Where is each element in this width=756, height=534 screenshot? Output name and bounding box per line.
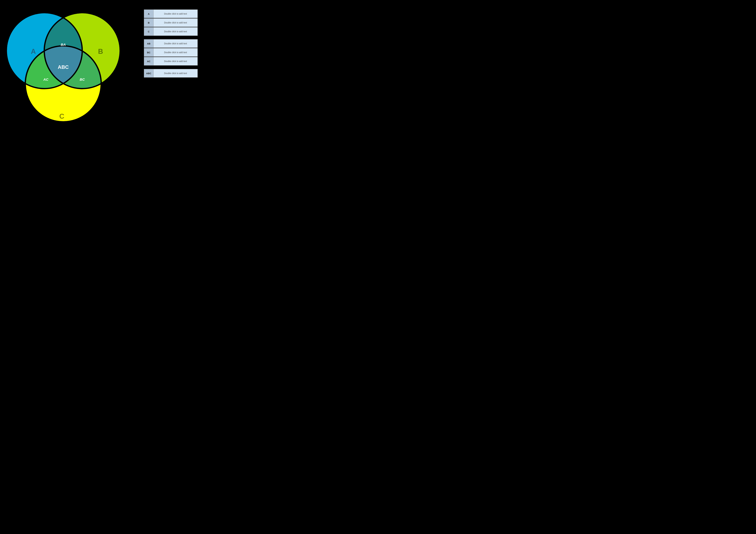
legend-key-ab: AB (144, 40, 153, 48)
main-container: A B C BA BC AC ABC A Double click to add… (0, 0, 202, 142)
legend-key-ac: AC (144, 57, 153, 65)
legend-key-bc: BC (144, 48, 153, 56)
legend-key-abc: ABC (144, 69, 153, 77)
legend-key-a: A (144, 10, 153, 18)
label-abc: ABC (58, 64, 68, 70)
legend-key-b: B (144, 18, 153, 27)
legend-value-c[interactable]: Double click to add text (153, 27, 198, 36)
legend-row-ab: AB Double click to add text (144, 39, 198, 48)
legend-value-a[interactable]: Double click to add text (153, 10, 198, 18)
legend-value-b[interactable]: Double click to add text (153, 18, 198, 27)
legend-row-a: A Double click to add text (144, 10, 198, 18)
label-ab: BA (61, 43, 66, 47)
legend-triple-group: ABC Double click to add text (144, 69, 198, 78)
legend-key-c: C (144, 27, 153, 36)
legend-double-group: AB Double click to add text BC Double cl… (144, 39, 198, 66)
label-bc: BC (80, 77, 85, 81)
legend-row-ac: AC Double click to add text (144, 57, 198, 66)
label-ac: AC (43, 77, 48, 81)
legend-value-abc[interactable]: Double click to add text (153, 69, 198, 77)
legend-value-ab[interactable]: Double click to add text (153, 40, 198, 48)
legend-area: A Double click to add text B Double clic… (144, 3, 198, 139)
legend-row-bc: BC Double click to add text (144, 48, 198, 57)
label-c: C (59, 112, 64, 120)
legend-row-abc: ABC Double click to add text (144, 69, 198, 77)
label-a: A (31, 47, 36, 55)
venn-area: A B C BA BC AC ABC (5, 3, 128, 139)
legend-value-ac[interactable]: Double click to add text (153, 57, 198, 65)
legend-value-bc[interactable]: Double click to add text (153, 48, 198, 56)
legend-row-c: C Double click to add text (144, 27, 198, 36)
label-b: B (98, 47, 103, 55)
legend-single-group: A Double click to add text B Double clic… (144, 10, 198, 36)
legend-row-b: B Double click to add text (144, 18, 198, 27)
